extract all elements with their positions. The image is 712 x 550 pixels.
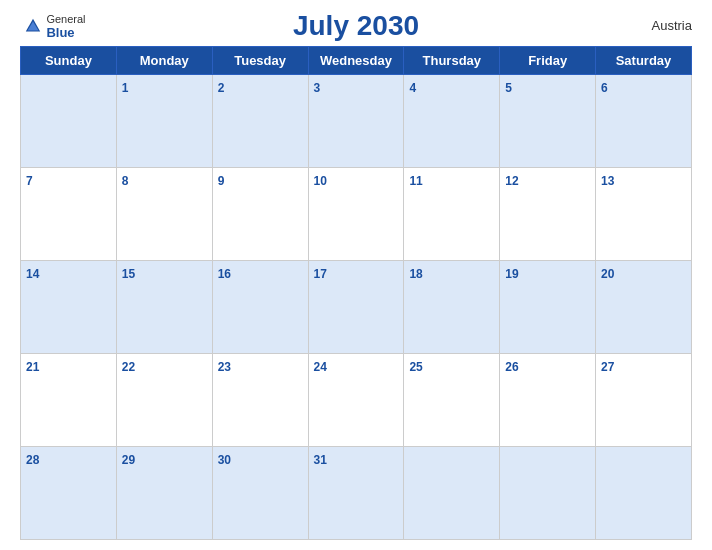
col-sunday: Sunday <box>21 47 117 75</box>
day-number: 3 <box>314 81 321 95</box>
calendar-cell: 15 <box>116 261 212 354</box>
col-friday: Friday <box>500 47 596 75</box>
calendar-cell: 4 <box>404 75 500 168</box>
calendar-cell: 1 <box>116 75 212 168</box>
day-number: 26 <box>505 360 518 374</box>
day-number: 25 <box>409 360 422 374</box>
calendar-cell: 21 <box>21 354 117 447</box>
calendar-cell: 28 <box>21 447 117 540</box>
calendar-cell: 9 <box>212 168 308 261</box>
calendar-cell <box>596 447 692 540</box>
calendar-cell: 22 <box>116 354 212 447</box>
calendar-cell: 24 <box>308 354 404 447</box>
calendar-cell: 25 <box>404 354 500 447</box>
day-number: 30 <box>218 453 231 467</box>
calendar-cell: 7 <box>21 168 117 261</box>
calendar-cell: 12 <box>500 168 596 261</box>
calendar-cell: 26 <box>500 354 596 447</box>
day-number: 6 <box>601 81 608 95</box>
logo-blue: Blue <box>46 25 85 40</box>
day-number: 27 <box>601 360 614 374</box>
day-number: 28 <box>26 453 39 467</box>
day-number: 13 <box>601 174 614 188</box>
day-number: 29 <box>122 453 135 467</box>
calendar-cell: 6 <box>596 75 692 168</box>
calendar-cell <box>21 75 117 168</box>
calendar-cell: 10 <box>308 168 404 261</box>
calendar-cell <box>404 447 500 540</box>
day-number: 1 <box>122 81 129 95</box>
day-number: 11 <box>409 174 422 188</box>
day-number: 9 <box>218 174 225 188</box>
calendar-cell: 31 <box>308 447 404 540</box>
calendar-week-4: 21222324252627 <box>21 354 692 447</box>
calendar-week-1: 123456 <box>21 75 692 168</box>
day-number: 19 <box>505 267 518 281</box>
calendar-cell: 16 <box>212 261 308 354</box>
calendar-cell <box>500 447 596 540</box>
calendar-cell: 14 <box>21 261 117 354</box>
calendar-cell: 13 <box>596 168 692 261</box>
calendar-cell: 8 <box>116 168 212 261</box>
calendar-header-row: Sunday Monday Tuesday Wednesday Thursday… <box>21 47 692 75</box>
day-number: 21 <box>26 360 39 374</box>
page-header: General Blue July 2030 Austria <box>20 10 692 42</box>
col-saturday: Saturday <box>596 47 692 75</box>
day-number: 24 <box>314 360 327 374</box>
day-number: 7 <box>26 174 33 188</box>
calendar-cell: 11 <box>404 168 500 261</box>
col-tuesday: Tuesday <box>212 47 308 75</box>
calendar-cell: 19 <box>500 261 596 354</box>
day-number: 4 <box>409 81 416 95</box>
col-monday: Monday <box>116 47 212 75</box>
day-number: 16 <box>218 267 231 281</box>
day-number: 2 <box>218 81 225 95</box>
day-number: 15 <box>122 267 135 281</box>
logo: General Blue <box>20 13 90 40</box>
col-thursday: Thursday <box>404 47 500 75</box>
calendar-week-5: 28293031 <box>21 447 692 540</box>
calendar-week-3: 14151617181920 <box>21 261 692 354</box>
calendar-table: Sunday Monday Tuesday Wednesday Thursday… <box>20 46 692 540</box>
country-label: Austria <box>652 18 692 33</box>
day-number: 20 <box>601 267 614 281</box>
logo-general: General <box>46 13 85 25</box>
day-number: 31 <box>314 453 327 467</box>
calendar-cell: 30 <box>212 447 308 540</box>
calendar-cell: 29 <box>116 447 212 540</box>
day-number: 12 <box>505 174 518 188</box>
calendar-cell: 17 <box>308 261 404 354</box>
day-number: 17 <box>314 267 327 281</box>
calendar-cell: 20 <box>596 261 692 354</box>
calendar-cell: 2 <box>212 75 308 168</box>
day-number: 22 <box>122 360 135 374</box>
logo-icon <box>24 17 42 35</box>
day-number: 10 <box>314 174 327 188</box>
day-number: 8 <box>122 174 129 188</box>
day-number: 14 <box>26 267 39 281</box>
day-number: 5 <box>505 81 512 95</box>
col-wednesday: Wednesday <box>308 47 404 75</box>
calendar-cell: 18 <box>404 261 500 354</box>
day-number: 18 <box>409 267 422 281</box>
calendar-cell: 23 <box>212 354 308 447</box>
month-title: July 2030 <box>293 10 419 42</box>
calendar-cell: 27 <box>596 354 692 447</box>
calendar-week-2: 78910111213 <box>21 168 692 261</box>
day-number: 23 <box>218 360 231 374</box>
calendar-cell: 3 <box>308 75 404 168</box>
calendar-cell: 5 <box>500 75 596 168</box>
